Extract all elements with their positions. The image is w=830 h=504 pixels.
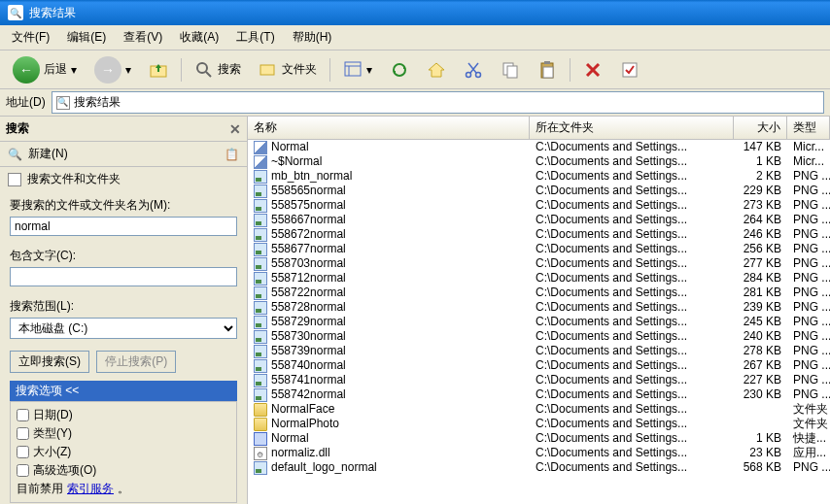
file-row[interactable]: 558712normalC:\Documents and Settings...…: [248, 271, 830, 286]
svg-point-8: [476, 72, 481, 77]
file-name: 558565normal: [271, 184, 346, 198]
search-button[interactable]: 搜索: [188, 55, 248, 84]
file-type: PNG ...: [787, 387, 830, 402]
file-row[interactable]: 558722normalC:\Documents and Settings...…: [248, 286, 830, 300]
size-checkbox[interactable]: [17, 446, 29, 458]
col-folder-header[interactable]: 所在文件夹: [530, 117, 734, 139]
svg-rect-4: [345, 62, 361, 76]
file-name: 558672normal: [271, 227, 346, 242]
menu-help[interactable]: 帮助(H): [285, 27, 340, 48]
cut-button[interactable]: [457, 55, 490, 84]
new-search-label[interactable]: 新建(N): [28, 146, 68, 162]
file-type: PNG ...: [787, 344, 830, 358]
contains-label: 包含文字(C):: [10, 248, 237, 264]
menu-tools[interactable]: 工具(T): [228, 27, 282, 48]
file-row[interactable]: 558740normalC:\Documents and Settings...…: [248, 358, 830, 373]
file-folder: C:\Documents and Settings...: [530, 198, 734, 213]
toolbar-separator: [329, 58, 330, 82]
file-row[interactable]: 558742normalC:\Documents and Settings...…: [248, 387, 830, 402]
file-list[interactable]: NormalC:\Documents and Settings...147 KB…: [248, 140, 830, 504]
search-options-header[interactable]: 搜索选项 <<: [10, 381, 237, 401]
file-name: 558740normal: [271, 358, 346, 373]
png-icon: [254, 374, 267, 387]
forward-button[interactable]: → ▾: [87, 51, 138, 88]
file-row[interactable]: NormalFaceC:\Documents and Settings...文件…: [248, 402, 830, 417]
file-size: 1 KB: [734, 431, 787, 446]
file-row[interactable]: normaliz.dllC:\Documents and Settings...…: [248, 446, 830, 460]
folders-button[interactable]: 文件夹: [252, 55, 324, 84]
file-folder: C:\Documents and Settings...: [530, 417, 734, 431]
file-size: 245 KB: [734, 315, 787, 329]
file-size: 273 KB: [734, 198, 787, 213]
file-name: Normal: [271, 140, 309, 154]
menu-favorites[interactable]: 收藏(A): [172, 27, 226, 48]
home-button[interactable]: [420, 55, 453, 84]
search-now-button[interactable]: 立即搜索(S): [10, 351, 89, 373]
file-row[interactable]: 558729normalC:\Documents and Settings...…: [248, 315, 830, 329]
file-folder: C:\Documents and Settings...: [530, 460, 734, 475]
views-button[interactable]: ▾: [336, 55, 379, 84]
file-row[interactable]: 558728normalC:\Documents and Settings...…: [248, 300, 830, 315]
file-row[interactable]: 558667normalC:\Documents and Settings...…: [248, 213, 830, 227]
file-size: 2 KB: [734, 169, 787, 184]
file-row[interactable]: 558565normalC:\Documents and Settings...…: [248, 184, 830, 198]
file-folder: C:\Documents and Settings...: [530, 300, 734, 315]
file-row[interactable]: NormalC:\Documents and Settings...1 KB快捷…: [248, 431, 830, 446]
close-sidebar-icon[interactable]: ✕: [229, 121, 241, 137]
back-button[interactable]: ← 后退 ▾: [6, 51, 84, 88]
file-row[interactable]: NormalC:\Documents and Settings...147 KB…: [248, 140, 830, 154]
file-row[interactable]: 558739normalC:\Documents and Settings...…: [248, 344, 830, 358]
file-folder: C:\Documents and Settings...: [530, 358, 734, 373]
up-button[interactable]: [142, 55, 175, 84]
col-size-header[interactable]: 大小: [734, 117, 787, 139]
file-row[interactable]: 558672normalC:\Documents and Settings...…: [248, 227, 830, 242]
stop-search-button[interactable]: 停止搜索(P): [96, 351, 176, 373]
file-row[interactable]: NormalPhotoC:\Documents and Settings...文…: [248, 417, 830, 431]
contains-input[interactable]: [10, 267, 237, 286]
file-type: Micr...: [787, 154, 830, 169]
advanced-checkbox[interactable]: [17, 464, 29, 477]
file-row[interactable]: 558703normalC:\Documents and Settings...…: [248, 256, 830, 271]
file-name: mb_btn_normal: [271, 169, 352, 184]
file-name: 558739normal: [271, 344, 346, 358]
png-icon: [254, 199, 267, 213]
file-row[interactable]: mb_btn_normalC:\Documents and Settings..…: [248, 169, 830, 184]
delete-x-icon: [583, 60, 603, 80]
png-icon: [254, 330, 267, 344]
type-checkbox[interactable]: [17, 427, 29, 440]
paste-button[interactable]: [531, 55, 564, 84]
file-type: PNG ...: [787, 300, 830, 315]
png-icon: [254, 257, 267, 271]
png-icon: [254, 345, 267, 358]
customize-icon[interactable]: 📋: [225, 148, 239, 161]
file-row[interactable]: 558677normalC:\Documents and Settings...…: [248, 242, 830, 256]
properties-button[interactable]: [613, 55, 646, 84]
views-dropdown-icon: ▾: [366, 63, 372, 77]
png-icon: [254, 228, 267, 242]
date-checkbox[interactable]: [17, 409, 29, 421]
file-size: 246 KB: [734, 227, 787, 242]
menu-view[interactable]: 查看(V): [116, 27, 170, 48]
file-row[interactable]: 558575normalC:\Documents and Settings...…: [248, 198, 830, 213]
address-input[interactable]: 🔍 搜索结果: [52, 91, 824, 114]
menu-file[interactable]: 文件(F): [4, 27, 57, 48]
index-service-link[interactable]: 索引服务: [67, 481, 114, 497]
filename-input[interactable]: [10, 217, 237, 236]
scope-select[interactable]: 本地磁盘 (C:): [10, 318, 237, 339]
svg-rect-12: [507, 66, 517, 78]
file-row[interactable]: default_logo_normalC:\Documents and Sett…: [248, 460, 830, 475]
delete-button[interactable]: [576, 55, 609, 84]
sync-button[interactable]: [383, 55, 416, 84]
copy-button[interactable]: [494, 55, 527, 84]
folders-icon: [259, 60, 278, 80]
document-icon: [8, 173, 21, 186]
col-type-header[interactable]: 类型: [787, 117, 830, 139]
file-row[interactable]: 558730normalC:\Documents and Settings...…: [248, 329, 830, 344]
file-type: PNG ...: [787, 213, 830, 227]
menu-edit[interactable]: 编辑(E): [59, 27, 114, 48]
toolbar-separator: [181, 58, 182, 82]
file-row[interactable]: 558741normalC:\Documents and Settings...…: [248, 373, 830, 387]
file-row[interactable]: ~$NormalC:\Documents and Settings...1 KB…: [248, 154, 830, 169]
col-name-header[interactable]: 名称: [248, 117, 530, 139]
svg-rect-3: [260, 65, 274, 75]
